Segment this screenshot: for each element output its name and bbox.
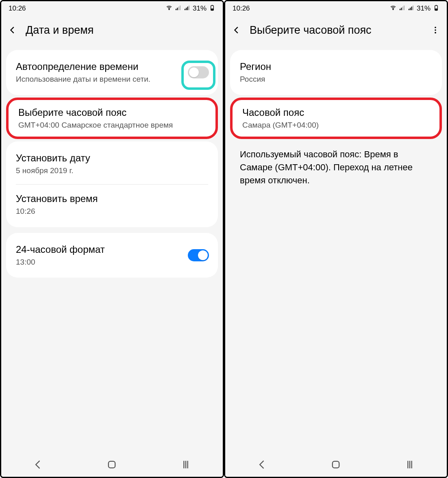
svg-rect-6 — [177, 8, 178, 10]
svg-point-34 — [435, 29, 436, 31]
svg-rect-23 — [401, 8, 402, 10]
page-title: Дата и время — [26, 24, 217, 37]
row-title: Часовой пояс — [242, 106, 430, 119]
row-set-time[interactable]: Установить время 10:26 — [6, 185, 218, 225]
header: Дата и время — [1, 16, 223, 44]
row-subtitle: Использование даты и времени сети. — [16, 74, 177, 85]
row-24h-format[interactable]: 24-часовой формат 13:00 — [6, 235, 218, 276]
svg-rect-15 — [211, 9, 213, 10]
settings-card-1: Автоопределение времени Использование да… — [6, 50, 218, 95]
row-title: Выберите часовой пояс — [18, 106, 206, 119]
svg-rect-28 — [411, 7, 412, 10]
svg-rect-12 — [189, 5, 189, 10]
svg-rect-31 — [436, 5, 437, 5]
row-title: Установить дату — [16, 152, 208, 164]
nav-recent-button[interactable] — [404, 459, 415, 470]
settings-card-region: Регион Россия — [230, 50, 442, 95]
content-area: Регион Россия Часовой пояс Самара (GMT+0… — [225, 50, 447, 196]
battery-percent: 31% — [193, 4, 207, 13]
nav-back-button[interactable] — [257, 459, 268, 470]
svg-point-21 — [393, 9, 394, 10]
svg-rect-5 — [176, 9, 176, 10]
status-bar: 10:26 31% — [225, 1, 447, 16]
svg-rect-26 — [409, 9, 409, 10]
svg-rect-24 — [402, 7, 403, 10]
row-title: Регион — [240, 61, 432, 73]
status-time: 10:26 — [9, 4, 26, 13]
nav-recent-button[interactable] — [180, 459, 191, 470]
row-auto-time[interactable]: Автоопределение времени Использование да… — [6, 52, 218, 93]
row-subtitle: Россия — [240, 74, 432, 85]
highlight-red-timezone: Часовой пояс Самара (GMT+04:00) — [230, 98, 442, 139]
svg-rect-9 — [185, 9, 185, 10]
svg-rect-10 — [186, 8, 187, 10]
row-subtitle: 5 ноября 2019 г. — [16, 166, 208, 176]
svg-point-4 — [169, 9, 170, 10]
svg-rect-14 — [212, 5, 213, 5]
wifi-icon — [166, 4, 172, 13]
back-button[interactable] — [231, 24, 242, 36]
header: Выберите часовой пояс — [225, 16, 447, 44]
status-bar: 10:26 31% — [1, 1, 223, 16]
svg-point-35 — [435, 32, 436, 34]
nav-home-button[interactable] — [106, 459, 117, 470]
status-time: 10:26 — [233, 4, 250, 13]
row-timezone[interactable]: Часовой пояс Самара (GMT+04:00) — [233, 100, 439, 137]
svg-rect-11 — [187, 7, 188, 10]
toggle-auto-time[interactable] — [188, 66, 209, 78]
svg-rect-36 — [333, 461, 339, 468]
row-title: Автоопределение времени — [16, 61, 177, 73]
phone-screen-1: 10:26 31% Дата и время Автоопределение в… — [0, 0, 224, 478]
battery-icon — [209, 4, 215, 13]
svg-rect-27 — [410, 8, 411, 10]
signal-icon-2 — [408, 4, 414, 13]
row-title: Установить время — [16, 193, 208, 205]
svg-rect-32 — [435, 9, 437, 10]
svg-rect-16 — [109, 461, 115, 468]
highlight-red-timezone: Выберите часовой пояс GMT+04:00 Самарско… — [6, 98, 218, 139]
toggle-24h[interactable] — [188, 249, 209, 261]
svg-rect-7 — [178, 7, 179, 10]
content-area: Автоопределение времени Использование да… — [1, 50, 223, 278]
nav-home-button[interactable] — [330, 459, 341, 470]
settings-card-3: 24-часовой формат 13:00 — [6, 233, 218, 278]
nav-bar — [1, 452, 223, 477]
wifi-icon — [390, 4, 396, 13]
svg-rect-29 — [413, 5, 413, 10]
signal-icon — [399, 4, 405, 13]
svg-rect-8 — [180, 5, 181, 10]
row-subtitle: 13:00 — [16, 257, 177, 267]
signal-icon-2 — [184, 4, 190, 13]
battery-icon — [433, 4, 439, 13]
battery-percent: 31% — [417, 4, 431, 13]
phone-screen-2: 10:26 31% Выберите часовой пояс Регион Р… — [224, 0, 448, 478]
row-subtitle: Самара (GMT+04:00) — [242, 120, 430, 130]
nav-back-button[interactable] — [33, 459, 44, 470]
more-button[interactable] — [430, 24, 441, 36]
svg-rect-22 — [400, 9, 400, 10]
svg-rect-25 — [404, 5, 405, 10]
row-title: 24-часовой формат — [16, 243, 177, 256]
row-set-date[interactable]: Установить дату 5 ноября 2019 г. — [6, 144, 218, 184]
signal-icon — [175, 4, 181, 13]
row-region[interactable]: Регион Россия — [230, 52, 442, 93]
nav-bar — [225, 452, 447, 477]
page-title: Выберите часовой пояс — [250, 24, 422, 37]
row-subtitle: 10:26 — [16, 206, 208, 217]
row-select-timezone[interactable]: Выберите часовой пояс GMT+04:00 Самарско… — [9, 100, 215, 137]
svg-point-33 — [435, 27, 436, 28]
settings-card-2: Установить дату 5 ноября 2019 г. Установ… — [6, 141, 218, 227]
back-button[interactable] — [7, 24, 18, 36]
row-subtitle: GMT+04:00 Самарское стандартное время — [18, 120, 206, 130]
timezone-info-text: Используемый часовой пояс: Время в Самар… — [230, 139, 442, 196]
